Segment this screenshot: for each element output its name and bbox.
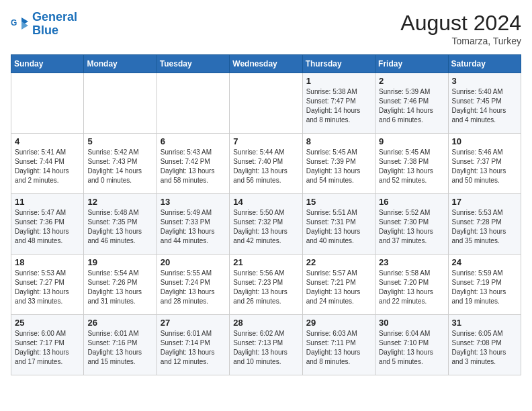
day-number: 25: [15, 318, 80, 328]
calendar-cell: [157, 73, 229, 134]
calendar-cell: 25Sunrise: 6:00 AM Sunset: 7:17 PM Dayli…: [11, 315, 84, 375]
weekday-header: Tuesday: [157, 55, 229, 73]
day-number: 31: [452, 318, 517, 328]
calendar-cell: 24Sunrise: 5:59 AM Sunset: 7:19 PM Dayli…: [448, 255, 521, 315]
calendar-cell: 27Sunrise: 6:01 AM Sunset: 7:14 PM Dayli…: [157, 315, 229, 375]
logo-line1: General: [32, 10, 77, 24]
location: Tomarza, Turkey: [400, 36, 521, 46]
day-number: 5: [87, 136, 152, 146]
day-info: Sunrise: 5:57 AM Sunset: 7:21 PM Dayligh…: [306, 269, 371, 306]
calendar-cell: 12Sunrise: 5:48 AM Sunset: 7:35 PM Dayli…: [84, 194, 157, 255]
day-number: 15: [306, 197, 371, 207]
calendar-cell: 17Sunrise: 5:53 AM Sunset: 7:28 PM Dayli…: [448, 194, 521, 255]
day-info: Sunrise: 5:40 AM Sunset: 7:45 PM Dayligh…: [452, 87, 517, 125]
day-number: 3: [452, 76, 517, 86]
calendar-cell: 22Sunrise: 5:57 AM Sunset: 7:21 PM Dayli…: [302, 255, 375, 315]
calendar-cell: 9Sunrise: 5:45 AM Sunset: 7:38 PM Daylig…: [375, 134, 448, 194]
logo-icon: G: [11, 15, 30, 34]
calendar-cell: 3Sunrise: 5:40 AM Sunset: 7:45 PM Daylig…: [448, 73, 521, 134]
day-number: 22: [306, 257, 371, 267]
day-info: Sunrise: 5:53 AM Sunset: 7:28 PM Dayligh…: [452, 208, 517, 246]
calendar-header: SundayMondayTuesdayWednesdayThursdayFrid…: [11, 55, 521, 73]
calendar-cell: 14Sunrise: 5:50 AM Sunset: 7:32 PM Dayli…: [230, 194, 302, 255]
day-number: 21: [233, 257, 298, 267]
calendar-cell: 26Sunrise: 6:01 AM Sunset: 7:16 PM Dayli…: [84, 315, 157, 375]
calendar-table: SundayMondayTuesdayWednesdayThursdayFrid…: [11, 54, 521, 375]
day-number: 26: [87, 318, 152, 328]
calendar-cell: 11Sunrise: 5:47 AM Sunset: 7:36 PM Dayli…: [11, 194, 84, 255]
calendar-cell: 1Sunrise: 5:38 AM Sunset: 7:47 PM Daylig…: [302, 73, 375, 134]
day-number: 1: [306, 76, 371, 86]
calendar-week-row: 18Sunrise: 5:53 AM Sunset: 7:27 PM Dayli…: [11, 255, 521, 315]
calendar-cell: 4Sunrise: 5:41 AM Sunset: 7:44 PM Daylig…: [11, 134, 84, 194]
weekday-header: Sunday: [11, 55, 84, 73]
title-block: August 2024 Tomarza, Turkey: [400, 11, 521, 46]
day-number: 18: [15, 257, 80, 267]
day-info: Sunrise: 5:50 AM Sunset: 7:32 PM Dayligh…: [233, 208, 298, 246]
day-info: Sunrise: 5:58 AM Sunset: 7:20 PM Dayligh…: [379, 269, 444, 306]
calendar-week-row: 11Sunrise: 5:47 AM Sunset: 7:36 PM Dayli…: [11, 194, 521, 255]
weekday-header: Friday: [375, 55, 448, 73]
calendar-cell: 28Sunrise: 6:02 AM Sunset: 7:13 PM Dayli…: [230, 315, 302, 375]
svg-text:G: G: [11, 18, 17, 28]
day-number: 24: [452, 257, 517, 267]
day-info: Sunrise: 6:02 AM Sunset: 7:13 PM Dayligh…: [233, 329, 298, 367]
calendar-cell: 16Sunrise: 5:52 AM Sunset: 7:30 PM Dayli…: [375, 194, 448, 255]
day-info: Sunrise: 6:03 AM Sunset: 7:11 PM Dayligh…: [306, 329, 371, 367]
calendar-cell: [11, 73, 84, 134]
day-number: 23: [379, 257, 444, 267]
day-info: Sunrise: 6:01 AM Sunset: 7:16 PM Dayligh…: [87, 329, 152, 367]
calendar-cell: 20Sunrise: 5:55 AM Sunset: 7:24 PM Dayli…: [157, 255, 229, 315]
day-info: Sunrise: 5:45 AM Sunset: 7:39 PM Dayligh…: [306, 148, 371, 185]
calendar-cell: 31Sunrise: 6:05 AM Sunset: 7:08 PM Dayli…: [448, 315, 521, 375]
calendar-cell: 6Sunrise: 5:43 AM Sunset: 7:42 PM Daylig…: [157, 134, 229, 194]
day-number: 14: [233, 197, 298, 207]
calendar-cell: 21Sunrise: 5:56 AM Sunset: 7:23 PM Dayli…: [230, 255, 302, 315]
day-info: Sunrise: 6:04 AM Sunset: 7:10 PM Dayligh…: [379, 329, 444, 367]
calendar-week-row: 4Sunrise: 5:41 AM Sunset: 7:44 PM Daylig…: [11, 134, 521, 194]
day-number: 28: [233, 318, 298, 328]
day-number: 16: [379, 197, 444, 207]
day-info: Sunrise: 6:00 AM Sunset: 7:17 PM Dayligh…: [15, 329, 80, 367]
day-number: 10: [452, 136, 517, 146]
day-info: Sunrise: 5:45 AM Sunset: 7:38 PM Dayligh…: [379, 148, 444, 185]
calendar-cell: 18Sunrise: 5:53 AM Sunset: 7:27 PM Dayli…: [11, 255, 84, 315]
calendar-cell: 30Sunrise: 6:04 AM Sunset: 7:10 PM Dayli…: [375, 315, 448, 375]
day-number: 7: [233, 136, 298, 146]
day-info: Sunrise: 5:51 AM Sunset: 7:31 PM Dayligh…: [306, 208, 371, 246]
day-number: 6: [161, 136, 226, 146]
day-number: 8: [306, 136, 371, 146]
day-number: 13: [161, 197, 226, 207]
day-number: 17: [452, 197, 517, 207]
day-number: 9: [379, 136, 444, 146]
day-number: 11: [15, 197, 80, 207]
calendar-week-row: 25Sunrise: 6:00 AM Sunset: 7:17 PM Dayli…: [11, 315, 521, 375]
calendar-cell: [84, 73, 157, 134]
day-number: 29: [306, 318, 371, 328]
logo-line2: Blue: [32, 24, 58, 37]
weekday-header: Monday: [84, 55, 157, 73]
weekday-header: Thursday: [302, 55, 375, 73]
weekday-header: Wednesday: [230, 55, 302, 73]
day-info: Sunrise: 5:55 AM Sunset: 7:24 PM Dayligh…: [161, 269, 226, 306]
page-header: G General Blue August 2024 Tomarza, Turk…: [11, 11, 521, 46]
day-info: Sunrise: 5:53 AM Sunset: 7:27 PM Dayligh…: [15, 269, 80, 306]
day-number: 2: [379, 76, 444, 86]
calendar-cell: 2Sunrise: 5:39 AM Sunset: 7:46 PM Daylig…: [375, 73, 448, 134]
logo-text: General Blue: [32, 11, 77, 38]
day-info: Sunrise: 5:39 AM Sunset: 7:46 PM Dayligh…: [379, 87, 444, 125]
month-year: August 2024: [400, 11, 521, 36]
day-info: Sunrise: 5:56 AM Sunset: 7:23 PM Dayligh…: [233, 269, 298, 306]
calendar-cell: 19Sunrise: 5:54 AM Sunset: 7:26 PM Dayli…: [84, 255, 157, 315]
day-info: Sunrise: 5:44 AM Sunset: 7:40 PM Dayligh…: [233, 148, 298, 185]
day-info: Sunrise: 5:43 AM Sunset: 7:42 PM Dayligh…: [161, 148, 226, 185]
day-info: Sunrise: 5:42 AM Sunset: 7:43 PM Dayligh…: [87, 148, 152, 185]
weekday-header: Saturday: [448, 55, 521, 73]
calendar-cell: 10Sunrise: 5:46 AM Sunset: 7:37 PM Dayli…: [448, 134, 521, 194]
calendar-body: 1Sunrise: 5:38 AM Sunset: 7:47 PM Daylig…: [11, 73, 521, 375]
calendar-cell: [230, 73, 302, 134]
calendar-cell: 23Sunrise: 5:58 AM Sunset: 7:20 PM Dayli…: [375, 255, 448, 315]
day-info: Sunrise: 6:01 AM Sunset: 7:14 PM Dayligh…: [161, 329, 226, 367]
calendar-cell: 13Sunrise: 5:49 AM Sunset: 7:33 PM Dayli…: [157, 194, 229, 255]
day-number: 4: [15, 136, 80, 146]
